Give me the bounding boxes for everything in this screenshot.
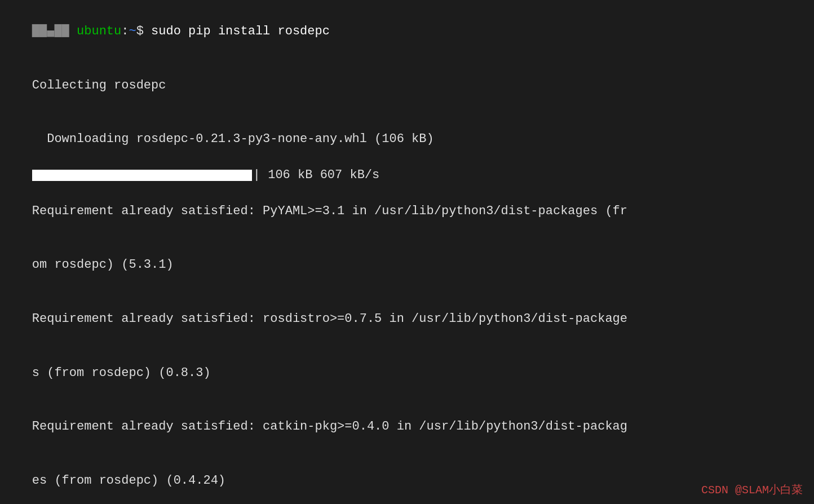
prompt-sep-1: :	[121, 24, 129, 38]
terminal-line-6: om rosdepc) (5.3.1)	[2, 238, 812, 293]
terminal-window[interactable]: ██▄██ ubuntu:~$ sudo pip install rosdepc…	[0, 0, 814, 504]
progress-text: | 106 kB 607 kB/s	[253, 166, 379, 184]
terminal-line-4: | 106 kB 607 kB/s	[2, 166, 812, 184]
prompt-path-1: ~	[129, 24, 136, 38]
prompt-dollar-1: $	[136, 24, 151, 38]
terminal-line-1: ██▄██ ubuntu:~$ sudo pip install rosdepc	[2, 5, 812, 59]
terminal-line-3: Downloading rosdepc-0.21.3-py3-none-any.…	[2, 112, 812, 166]
prompt-user-1: ubuntu	[69, 24, 121, 38]
terminal-line-9: Requirement already satisfied: catkin-pk…	[2, 400, 812, 454]
watermark: CSDN @SLAM小白菜	[701, 482, 803, 497]
terminal-line-2: Collecting rosdepc	[2, 59, 812, 113]
prompt-icon-1: ██▄██	[32, 24, 69, 38]
terminal-line-10: es (from rosdepc) (0.4.24)	[2, 454, 812, 504]
progress-indent	[2, 166, 32, 184]
terminal-line-5: Requirement already satisfied: PyYAML>=3…	[2, 184, 812, 238]
progress-bar	[32, 170, 252, 181]
terminal-line-8: s (from rosdepc) (0.8.3)	[2, 346, 812, 400]
cmd-1: sudo pip install rosdepc	[151, 24, 330, 38]
terminal-line-7: Requirement already satisfied: rosdistro…	[2, 292, 812, 346]
